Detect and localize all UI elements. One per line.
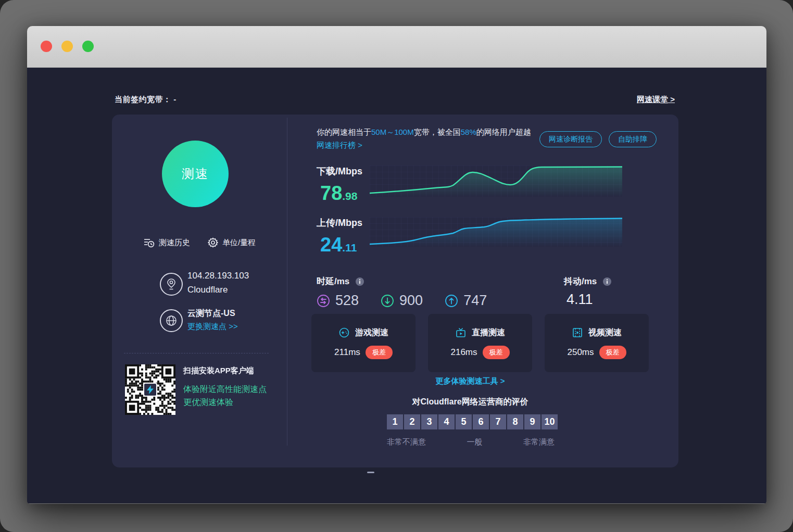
upload-dec: .11 [342, 242, 357, 254]
video-test-card[interactable]: 视频测速 250ms 极差 [545, 314, 649, 372]
rating-scale: 1 2 3 4 5 6 7 8 9 10 [387, 414, 558, 429]
live-test-card[interactable]: 直播测速 216ms 极差 [428, 314, 532, 372]
latency-download-value: 900 [399, 293, 423, 309]
upload-int: 24 [320, 234, 342, 256]
main-panel: 测速 测速历史 [112, 115, 678, 467]
rating-button-5[interactable]: 5 [456, 414, 472, 429]
download-label: 下载/Mbps [317, 165, 362, 178]
rating-button-1[interactable]: 1 [387, 414, 403, 429]
ip-address: 104.28.193.103 [187, 271, 249, 281]
info-icon[interactable] [603, 277, 611, 286]
latency-roundtrip: 528 [317, 293, 359, 309]
upload-value: 24.11 [320, 234, 357, 256]
node-name: 云测节点-US [187, 308, 235, 319]
game-test-badge: 极差 [366, 346, 393, 359]
rating-button-10[interactable]: 10 [542, 414, 558, 429]
qr-code [125, 364, 175, 415]
game-test-label: 游戏测速 [355, 327, 388, 338]
desktop-background: 当前签约宽带： - 网速课堂 > 测速 测 [0, 0, 793, 532]
latency-down-icon [381, 294, 394, 308]
latency-label: 时延/ms [317, 275, 349, 287]
experience-tests: 游戏测速 211ms 极差 [311, 314, 649, 372]
self-troubleshoot-button[interactable]: 自助排障 [609, 131, 657, 147]
window-titlebar [27, 26, 766, 68]
ranking-link[interactable]: 网速排行榜 > [317, 141, 362, 150]
video-test-value: 250ms [567, 347, 594, 358]
diagnostic-report-button[interactable]: 网速诊断报告 [539, 131, 602, 147]
rating-button-7[interactable]: 7 [490, 414, 506, 429]
jitter-value: 4.11 [567, 292, 593, 308]
download-int: 78 [320, 182, 342, 204]
game-test-value: 211ms [334, 347, 360, 358]
broadband-value: - [173, 95, 177, 104]
latency-upload: 747 [445, 293, 487, 309]
game-test-card[interactable]: 游戏测速 211ms 极差 [311, 314, 416, 372]
jitter-label: 抖动/ms [564, 275, 597, 287]
video-icon [572, 327, 583, 338]
sidebar-divider [124, 353, 269, 353]
summary-range: 50M～100M [371, 128, 414, 136]
summary-text: 的网络用户超越 [476, 128, 531, 136]
rating-button-4[interactable]: 4 [438, 414, 455, 429]
summary-buttons: 网速诊断报告 自助排障 [539, 131, 657, 147]
settings-icon [208, 237, 218, 248]
qr-promo-line1: 体验附近高性能测速点 [183, 384, 267, 395]
upload-chart [370, 217, 622, 247]
isp-name: Cloudflare [187, 285, 228, 295]
summary-text: 你的网速相当于 [317, 128, 371, 136]
rating-button-3[interactable]: 3 [421, 414, 437, 429]
app-window: 当前签约宽带： - 网速课堂 > 测速 测 [27, 26, 766, 504]
latency-section: 时延/ms [317, 275, 364, 287]
speed-lesson-link[interactable]: 网速课堂 > [637, 95, 675, 105]
history-icon [144, 237, 155, 248]
more-tools-link[interactable]: 更多体验测速工具 > [317, 376, 624, 386]
info-icon[interactable] [356, 277, 364, 286]
app-content: 当前签约宽带： - 网速课堂 > 测速 测 [27, 68, 766, 503]
vertical-divider [287, 118, 287, 446]
qr-caption: 扫描安装APP客户端 [183, 366, 254, 376]
jitter-section: 抖动/ms [564, 275, 611, 287]
latency-roundtrip-icon [317, 294, 330, 308]
latency-values: 528 900 [317, 293, 487, 309]
node-icon [160, 309, 183, 332]
rating-label-high: 非常满意 [523, 437, 555, 447]
broadband-label: 当前签约宽带： [115, 95, 171, 104]
latency-upload-value: 747 [463, 293, 487, 309]
rating-button-2[interactable]: 2 [404, 414, 420, 429]
maximize-window-button[interactable] [82, 41, 94, 52]
summary-text: 宽带，被全国 [414, 128, 461, 136]
rating-button-8[interactable]: 8 [507, 414, 523, 429]
latency-download: 900 [381, 293, 423, 309]
qr-logo-icon [143, 383, 157, 397]
upload-label: 上传/Mbps [317, 217, 362, 229]
minimize-window-button[interactable] [61, 41, 73, 52]
video-test-label: 视频测速 [588, 327, 622, 338]
rating-button-6[interactable]: 6 [473, 414, 489, 429]
rating-button-9[interactable]: 9 [524, 414, 540, 429]
close-window-button[interactable] [41, 41, 52, 52]
download-chart [370, 166, 622, 197]
history-label: 测速历史 [159, 238, 190, 248]
unit-range-button[interactable]: 单位/量程 [208, 237, 256, 248]
qr-promo-line2: 更优测速体验 [183, 397, 233, 408]
live-test-badge: 极差 [483, 346, 510, 359]
location-icon [160, 273, 183, 296]
rating-labels: 非常不满意 一般 非常满意 [387, 437, 555, 447]
result-summary: 你的网速相当于50M～100M宽带，被全国58%的网络用户超越 [317, 128, 531, 137]
unit-range-label: 单位/量程 [222, 238, 256, 248]
quick-actions: 测速历史 单位/量程 [112, 237, 287, 248]
video-test-badge: 极差 [599, 346, 626, 359]
test-history-button[interactable]: 测速历史 [144, 237, 190, 248]
start-test-button[interactable]: 测速 [162, 141, 229, 207]
change-node-link[interactable]: 更换测速点 >> [187, 322, 238, 332]
game-icon [338, 327, 350, 338]
live-icon [455, 327, 467, 338]
rating-label-low: 非常不满意 [387, 437, 426, 447]
download-value: 78.98 [320, 182, 357, 205]
live-test-label: 直播测速 [472, 327, 505, 338]
download-dec: .98 [342, 190, 357, 202]
scrollbar-thumb[interactable] [367, 472, 374, 473]
rating-title: 对Cloudflare网络运营商的评价 [317, 397, 624, 408]
summary-percent: 58% [461, 128, 476, 136]
latency-roundtrip-value: 528 [335, 293, 359, 309]
